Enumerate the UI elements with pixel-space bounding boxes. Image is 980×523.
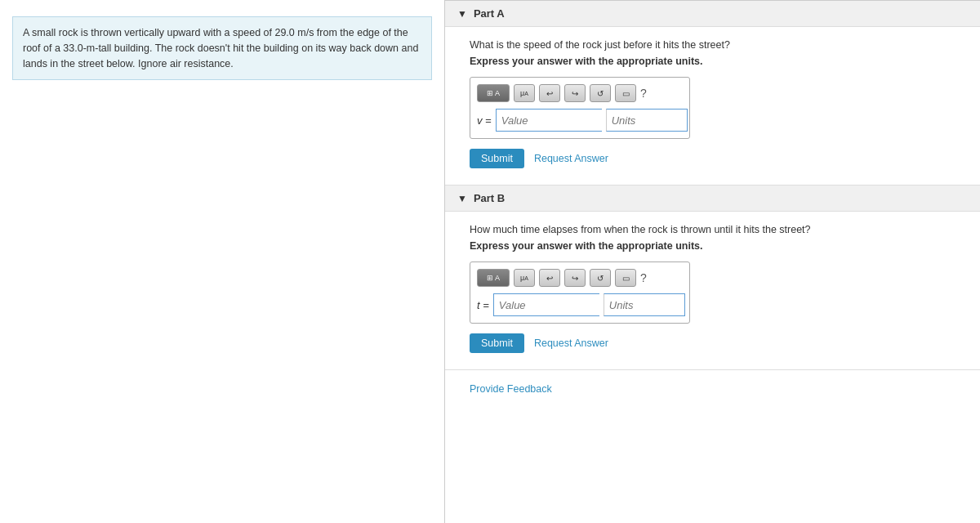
redo-icon: ↪	[572, 89, 578, 98]
left-panel: A small rock is thrown vertically upward…	[0, 0, 445, 523]
part-a-submit-button[interactable]: Submit	[470, 149, 524, 168]
redo-icon-b: ↪	[572, 274, 578, 283]
part-b-content: How much time elapses from when the rock…	[445, 212, 980, 369]
part-a-var-label: v =	[477, 114, 492, 127]
part-a-toolbar: ⊞ A μA ↩ ↪ ↺	[477, 84, 683, 102]
part-b-undo-btn[interactable]: ↩	[539, 269, 560, 287]
part-b-submit-button[interactable]: Submit	[470, 333, 524, 353]
part-b-redo-btn[interactable]: ↪	[564, 269, 586, 287]
part-b-header: ▼ Part B	[445, 186, 980, 212]
part-b-answer-box: ⊞ A μA ↩ ↪ ↺	[470, 262, 690, 324]
part-b-value-input[interactable]	[493, 293, 599, 316]
part-a-question: What is the speed of the rock just befor…	[470, 39, 956, 51]
part-b-format-btn[interactable]: ⊞ A	[477, 269, 510, 287]
part-b-reset-btn[interactable]: ↺	[590, 269, 611, 287]
part-b-express: Express your answer with the appropriate…	[470, 240, 956, 252]
keyboard-icon: ▭	[622, 89, 630, 98]
feedback-area: Provide Feedback	[445, 370, 980, 407]
mu-icon-b: μA	[520, 274, 528, 282]
part-b-request-answer-link[interactable]: Request Answer	[534, 337, 608, 349]
part-a-format-btn[interactable]: ⊞ A	[477, 84, 510, 102]
part-b-input-row: t =	[477, 293, 683, 316]
reset-icon-b: ↺	[597, 274, 604, 283]
part-a-arrow-icon: ▼	[457, 8, 467, 20]
grid-icon: ⊞	[487, 89, 493, 97]
mu-icon: μA	[520, 89, 528, 97]
part-b-toolbar: ⊞ A μA ↩ ↪ ↺	[477, 269, 683, 287]
right-panel: ▼ Part A What is the speed of the rock j…	[445, 0, 980, 523]
part-b-arrow-icon: ▼	[457, 193, 467, 204]
keyboard-icon-b: ▭	[622, 274, 630, 283]
part-a-redo-btn[interactable]: ↪	[564, 84, 586, 102]
part-a-header: ▼ Part A	[445, 1, 980, 27]
part-a-content: What is the speed of the rock just befor…	[445, 27, 980, 185]
part-a-btn-area: Submit Request Answer	[470, 149, 956, 168]
part-a-undo-btn[interactable]: ↩	[539, 84, 560, 102]
part-b-section: ▼ Part B How much time elapses from when…	[445, 186, 980, 369]
part-b-var-label: t =	[477, 299, 489, 311]
part-b-btn-area: Submit Request Answer	[470, 333, 956, 353]
part-b-keyboard-btn[interactable]: ▭	[615, 269, 636, 287]
undo-icon-b: ↩	[546, 274, 553, 283]
format-a-label: A	[495, 89, 500, 97]
part-b-units-input[interactable]	[604, 293, 685, 316]
grid-icon-b: ⊞	[487, 274, 493, 282]
part-a-units-input[interactable]	[606, 109, 688, 132]
problem-statement: A small rock is thrown vertically upward…	[23, 27, 418, 69]
reset-icon: ↺	[597, 89, 604, 98]
part-a-express: Express your answer with the appropriate…	[470, 56, 956, 67]
part-b-question: How much time elapses from when the rock…	[470, 224, 956, 235]
part-b-mu-btn[interactable]: μA	[514, 269, 535, 287]
part-a-answer-box: ⊞ A μA ↩ ↪ ↺	[470, 77, 690, 139]
part-b-title: Part B	[474, 192, 505, 204]
part-a-reset-btn[interactable]: ↺	[590, 84, 611, 102]
problem-text: A small rock is thrown vertically upward…	[12, 16, 432, 80]
part-b-help-icon[interactable]: ?	[640, 271, 647, 284]
part-a-input-row: v =	[477, 109, 683, 132]
part-a-keyboard-btn[interactable]: ▭	[615, 84, 636, 102]
part-a-value-input[interactable]	[496, 109, 602, 132]
format-b-label: A	[495, 274, 500, 282]
undo-icon: ↩	[546, 89, 553, 98]
part-a-title: Part A	[474, 7, 505, 20]
part-a-help-icon[interactable]: ?	[640, 87, 647, 100]
part-a-section: ▼ Part A What is the speed of the rock j…	[445, 1, 980, 185]
part-a-request-answer-link[interactable]: Request Answer	[534, 153, 608, 164]
part-a-mu-btn[interactable]: μA	[514, 84, 535, 102]
provide-feedback-link[interactable]: Provide Feedback	[470, 383, 552, 395]
